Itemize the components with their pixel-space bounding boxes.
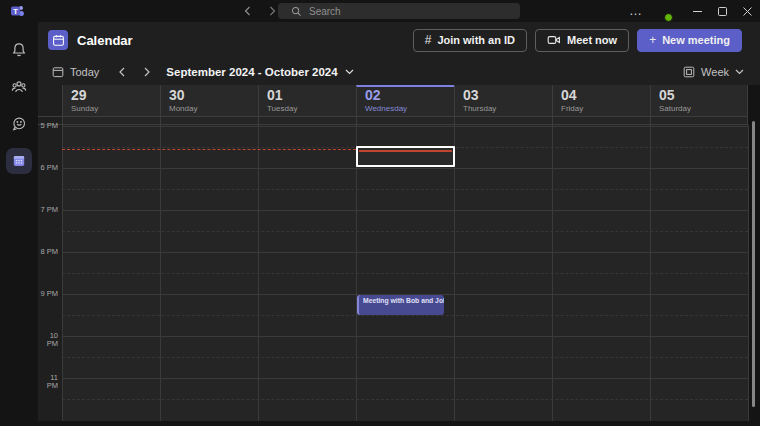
- app-sidebar: [0, 22, 38, 426]
- half-hour-gridline: [62, 399, 748, 400]
- vertical-scrollbar[interactable]: [752, 121, 755, 407]
- prev-week-button[interactable]: [118, 67, 126, 77]
- chevron-right-icon: [143, 67, 151, 77]
- join-with-id-label: Join with an ID: [437, 34, 515, 46]
- maximize-icon: [718, 7, 727, 16]
- week-grid-icon: [683, 66, 695, 78]
- hour-gridline: [62, 168, 748, 169]
- hour-gridline: [62, 336, 748, 337]
- chevron-down-icon: [735, 69, 744, 75]
- bell-icon: [11, 42, 27, 58]
- sidebar-item-chat[interactable]: [6, 111, 32, 137]
- calendar-toolbar: Today September 2024 - October 2024: [38, 58, 760, 85]
- today-button[interactable]: Today: [52, 66, 99, 78]
- date-range-selector[interactable]: September 2024 - October 2024: [166, 66, 353, 78]
- new-meeting-label: New meeting: [662, 34, 730, 46]
- column-gridline: [356, 125, 357, 421]
- calendar-header: Calendar # Join with an ID Meet now + Ne…: [38, 22, 760, 58]
- day-header-thursday[interactable]: 03Thursday: [454, 85, 552, 116]
- allday-cell[interactable]: [258, 117, 356, 124]
- date-range-label: September 2024 - October 2024: [166, 66, 337, 78]
- day-name: Saturday: [659, 104, 747, 113]
- hour-gridline: [62, 378, 748, 379]
- day-header-friday[interactable]: 04Friday: [552, 85, 650, 116]
- column-gridline: [258, 125, 259, 421]
- nav-forward-button[interactable]: [266, 5, 278, 17]
- day-number: 03: [463, 88, 552, 103]
- close-icon: [743, 7, 752, 16]
- day-name: Monday: [169, 104, 258, 113]
- meet-now-label: Meet now: [567, 34, 617, 46]
- page-title: Calendar: [77, 33, 133, 48]
- half-hour-gridline: [62, 189, 748, 190]
- meet-now-button[interactable]: Meet now: [535, 29, 629, 52]
- calendar-event[interactable]: Meeting with Bob and John: [357, 295, 444, 315]
- maximize-button[interactable]: [710, 0, 735, 22]
- day-header-gutter: [38, 85, 62, 116]
- allday-cell[interactable]: [160, 117, 258, 124]
- day-header-sunday[interactable]: 29Sunday: [62, 85, 160, 116]
- title-bar: T Search …: [0, 0, 760, 22]
- search-input[interactable]: Search: [278, 3, 520, 19]
- camera-icon: [547, 33, 561, 47]
- day-header-wednesday[interactable]: 02Wednesday: [356, 85, 454, 116]
- minimize-icon: [693, 7, 702, 16]
- calendar-today-icon: [52, 66, 64, 78]
- allday-cell[interactable]: [454, 117, 552, 124]
- view-selector-label: Week: [701, 66, 729, 78]
- half-hour-gridline: [62, 315, 748, 316]
- sidebar-item-activity[interactable]: [6, 37, 32, 63]
- time-grid: 5 PM6 PM7 PM8 PM9 PM10 PM11 PMMeeting wi…: [38, 125, 748, 421]
- time-label: 9 PM: [38, 290, 58, 298]
- half-hour-gridline: [62, 357, 748, 358]
- current-time-indicator: [62, 149, 356, 150]
- minimize-button[interactable]: [685, 0, 710, 22]
- time-label: 7 PM: [38, 206, 58, 214]
- allday-cell[interactable]: [650, 117, 748, 124]
- chevron-down-icon: [345, 69, 354, 75]
- day-header-saturday[interactable]: 05Saturday: [650, 85, 748, 116]
- day-number: 04: [561, 88, 650, 103]
- day-header-monday[interactable]: 30Monday: [160, 85, 258, 116]
- column-gridline: [650, 125, 651, 421]
- day-name: Friday: [561, 104, 650, 113]
- column-gridline: [552, 125, 553, 421]
- view-selector[interactable]: Week: [683, 66, 744, 78]
- hour-gridline: [62, 210, 748, 211]
- plus-icon: +: [649, 33, 656, 47]
- time-label: 11 PM: [38, 374, 58, 390]
- time-label: 5 PM: [38, 122, 58, 130]
- nav-back-button[interactable]: [241, 5, 253, 17]
- calendar-icon: [11, 153, 27, 169]
- day-name: Thursday: [463, 104, 552, 113]
- sidebar-item-calendar[interactable]: [6, 148, 32, 174]
- allday-cell[interactable]: [552, 117, 650, 124]
- avatar[interactable]: [654, 3, 671, 20]
- time-label: 6 PM: [38, 164, 58, 172]
- calendar-app-icon: [48, 30, 68, 50]
- day-name: Wednesday: [365, 104, 454, 113]
- hour-gridline: [62, 252, 748, 253]
- close-button[interactable]: [735, 0, 760, 22]
- more-options-button[interactable]: …: [629, 6, 642, 16]
- next-week-button[interactable]: [143, 67, 151, 77]
- day-number: 01: [267, 88, 356, 103]
- today-label: Today: [70, 66, 99, 78]
- current-time-indicator-solid: [359, 150, 452, 152]
- join-with-id-button[interactable]: # Join with an ID: [413, 29, 527, 52]
- day-name: Sunday: [71, 104, 160, 113]
- sidebar-item-community[interactable]: [6, 74, 32, 100]
- new-meeting-button[interactable]: + New meeting: [637, 29, 742, 52]
- allday-cell[interactable]: [356, 117, 454, 124]
- day-number: 02: [365, 88, 454, 103]
- day-header-row: 29Sunday30Monday01Tuesday02Wednesday03Th…: [38, 85, 748, 117]
- day-header-tuesday[interactable]: 01Tuesday: [258, 85, 356, 116]
- day-name: Tuesday: [267, 104, 356, 113]
- allday-cell[interactable]: [62, 117, 160, 124]
- column-gridline: [454, 125, 455, 421]
- time-label: 10 PM: [38, 332, 58, 348]
- allday-row: [38, 117, 748, 125]
- people-icon: [11, 79, 27, 95]
- chevron-left-icon: [118, 67, 126, 77]
- chevron-left-icon: [243, 6, 252, 16]
